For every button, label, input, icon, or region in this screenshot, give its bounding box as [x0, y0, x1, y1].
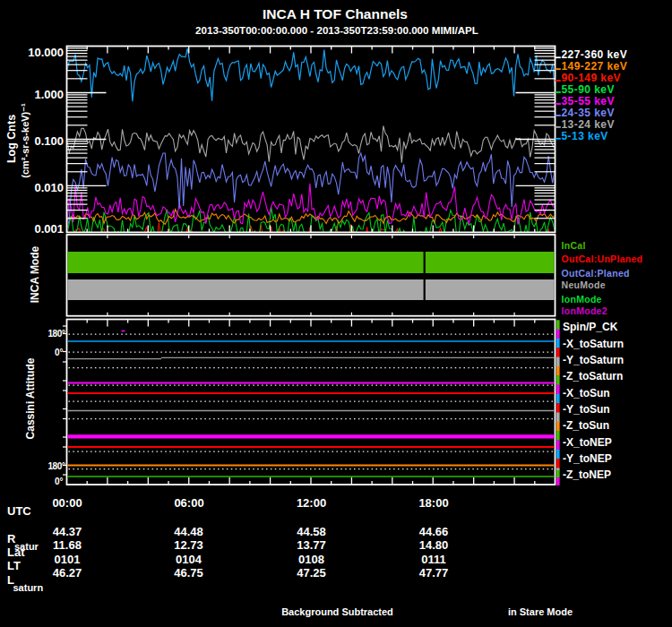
svg-text:INCA H TOF Channels: INCA H TOF Channels [263, 6, 408, 21]
svg-text:47.77: 47.77 [419, 566, 449, 580]
svg-text:13-24 keV: 13-24 keV [562, 118, 615, 131]
svg-text:14.80: 14.80 [419, 538, 449, 552]
svg-text:-Z_toSaturn: -Z_toSaturn [563, 370, 623, 382]
svg-text:44.48: 44.48 [174, 525, 203, 538]
svg-text:00:00: 00:00 [52, 496, 82, 510]
svg-text:Background Subtracted: Background Subtracted [281, 606, 393, 617]
svg-text:1.000: 1.000 [34, 88, 64, 101]
svg-text:0.001: 0.001 [34, 222, 64, 236]
svg-text:0101: 0101 [55, 553, 81, 566]
svg-text:-Z_toSun: -Z_toSun [563, 419, 609, 432]
svg-text:44.58: 44.58 [297, 525, 326, 538]
svg-text:11.68: 11.68 [53, 538, 82, 552]
svg-text:Log Cnts: Log Cnts [5, 115, 18, 163]
svg-text:149-227 keV: 149-227 keV [562, 60, 628, 73]
svg-text:13.77: 13.77 [297, 538, 326, 552]
svg-text:InCal: InCal [562, 240, 586, 251]
svg-text:IonMode: IonMode [562, 294, 602, 305]
svg-text:35-55 keV: 35-55 keV [562, 95, 615, 107]
svg-text:0111: 0111 [421, 553, 446, 566]
svg-text:0°: 0° [55, 348, 64, 357]
svg-text:180°: 180° [47, 461, 65, 471]
svg-text:Cassini Attitude: Cassini Attitude [24, 357, 37, 439]
svg-text:in Stare Mode: in Stare Mode [508, 606, 573, 617]
svg-text:90-149 keV: 90-149 keV [562, 72, 622, 84]
svg-text:44.66: 44.66 [419, 525, 449, 538]
svg-text:LT: LT [7, 559, 21, 572]
svg-text:46.27: 46.27 [53, 566, 82, 580]
svg-text:INCA Mode: INCA Mode [29, 245, 41, 303]
svg-text:47.25: 47.25 [297, 566, 326, 580]
svg-text:IonMode2: IonMode2 [562, 305, 607, 316]
svg-text:2013-350T00:00:00.000 - 2013-3: 2013-350T00:00:00.000 - 2013-350T23:59:0… [195, 24, 478, 36]
svg-text:06:00: 06:00 [174, 496, 203, 510]
svg-text:(cm²-sr-s-keV)⁻¹: (cm²-sr-s-keV)⁻¹ [20, 103, 30, 178]
svg-text:OutCal:Planed: OutCal:Planed [562, 268, 630, 279]
svg-text:0.100: 0.100 [34, 134, 64, 148]
svg-text:Lat: Lat [7, 545, 25, 559]
svg-text:-Y_toNEP: -Y_toNEP [563, 452, 612, 465]
svg-text:-Y_toSaturn: -Y_toSaturn [563, 354, 624, 366]
svg-text:24-35 keV: 24-35 keV [562, 107, 615, 119]
svg-text:UTC: UTC [7, 504, 31, 518]
svg-text:44.37: 44.37 [53, 525, 82, 538]
svg-text:18:00: 18:00 [418, 496, 448, 510]
svg-text:227-360 keV: 227-360 keV [562, 48, 628, 61]
svg-text:55-90 keV: 55-90 keV [562, 83, 615, 96]
svg-text:-X_toSun: -X_toSun [563, 387, 610, 399]
svg-text:-Y_toSun: -Y_toSun [563, 403, 610, 416]
svg-text:0108: 0108 [298, 553, 324, 566]
svg-text:NeuMode: NeuMode [562, 279, 606, 290]
svg-text:saturn: saturn [13, 582, 44, 593]
svg-text:0104: 0104 [176, 553, 202, 566]
svg-text:12.73: 12.73 [174, 538, 203, 552]
svg-text:0.010: 0.010 [34, 181, 64, 194]
svg-text:-Z_toNEP: -Z_toNEP [563, 468, 611, 481]
svg-text:46.75: 46.75 [174, 566, 203, 580]
svg-text:OutCal:UnPlaned: OutCal:UnPlaned [562, 253, 643, 264]
svg-text:Spin/P_CK: Spin/P_CK [563, 321, 618, 333]
svg-text:10.000: 10.000 [28, 46, 64, 59]
svg-text:-X_toNEP: -X_toNEP [563, 436, 612, 449]
svg-text:-X_toSaturn: -X_toSaturn [563, 338, 624, 350]
svg-text:5-13 keV: 5-13 keV [562, 130, 608, 142]
svg-text:0°: 0° [55, 477, 64, 486]
svg-text:12:00: 12:00 [297, 496, 326, 510]
svg-text:180°: 180° [47, 329, 65, 339]
